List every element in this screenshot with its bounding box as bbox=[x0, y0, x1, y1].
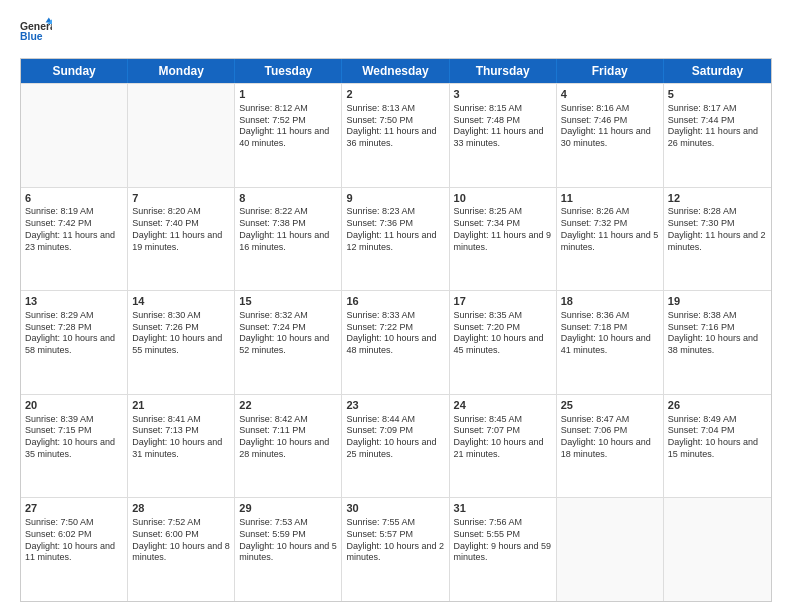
cell-info: Sunrise: 8:35 AMSunset: 7:20 PMDaylight:… bbox=[454, 310, 552, 357]
day-number: 15 bbox=[239, 294, 337, 309]
day-number: 13 bbox=[25, 294, 123, 309]
cell-info: Sunrise: 8:17 AMSunset: 7:44 PMDaylight:… bbox=[668, 103, 767, 150]
day-cell-2: 2Sunrise: 8:13 AMSunset: 7:50 PMDaylight… bbox=[342, 84, 449, 187]
svg-text:Blue: Blue bbox=[20, 31, 43, 42]
cell-info: Sunrise: 7:55 AMSunset: 5:57 PMDaylight:… bbox=[346, 517, 444, 564]
day-number: 1 bbox=[239, 87, 337, 102]
day-number: 20 bbox=[25, 398, 123, 413]
day-cell-8: 8Sunrise: 8:22 AMSunset: 7:38 PMDaylight… bbox=[235, 188, 342, 291]
day-cell-26: 26Sunrise: 8:49 AMSunset: 7:04 PMDayligh… bbox=[664, 395, 771, 498]
week-row-3: 13Sunrise: 8:29 AMSunset: 7:28 PMDayligh… bbox=[21, 290, 771, 394]
day-number: 17 bbox=[454, 294, 552, 309]
day-cell-17: 17Sunrise: 8:35 AMSunset: 7:20 PMDayligh… bbox=[450, 291, 557, 394]
cell-info: Sunrise: 7:53 AMSunset: 5:59 PMDaylight:… bbox=[239, 517, 337, 564]
day-number: 14 bbox=[132, 294, 230, 309]
day-number: 24 bbox=[454, 398, 552, 413]
day-cell-11: 11Sunrise: 8:26 AMSunset: 7:32 PMDayligh… bbox=[557, 188, 664, 291]
cell-info: Sunrise: 8:16 AMSunset: 7:46 PMDaylight:… bbox=[561, 103, 659, 150]
day-number: 29 bbox=[239, 501, 337, 516]
cell-info: Sunrise: 8:32 AMSunset: 7:24 PMDaylight:… bbox=[239, 310, 337, 357]
day-number: 28 bbox=[132, 501, 230, 516]
week-row-2: 6Sunrise: 8:19 AMSunset: 7:42 PMDaylight… bbox=[21, 187, 771, 291]
header-cell-monday: Monday bbox=[128, 59, 235, 83]
day-number: 9 bbox=[346, 191, 444, 206]
week-row-1: 1Sunrise: 8:12 AMSunset: 7:52 PMDaylight… bbox=[21, 83, 771, 187]
day-cell-18: 18Sunrise: 8:36 AMSunset: 7:18 PMDayligh… bbox=[557, 291, 664, 394]
cell-info: Sunrise: 8:45 AMSunset: 7:07 PMDaylight:… bbox=[454, 414, 552, 461]
cell-info: Sunrise: 8:23 AMSunset: 7:36 PMDaylight:… bbox=[346, 206, 444, 253]
day-number: 31 bbox=[454, 501, 552, 516]
day-number: 4 bbox=[561, 87, 659, 102]
cell-info: Sunrise: 8:25 AMSunset: 7:34 PMDaylight:… bbox=[454, 206, 552, 253]
day-number: 23 bbox=[346, 398, 444, 413]
header-cell-friday: Friday bbox=[557, 59, 664, 83]
cell-info: Sunrise: 8:28 AMSunset: 7:30 PMDaylight:… bbox=[668, 206, 767, 253]
cell-info: Sunrise: 8:47 AMSunset: 7:06 PMDaylight:… bbox=[561, 414, 659, 461]
day-cell-12: 12Sunrise: 8:28 AMSunset: 7:30 PMDayligh… bbox=[664, 188, 771, 291]
day-cell-9: 9Sunrise: 8:23 AMSunset: 7:36 PMDaylight… bbox=[342, 188, 449, 291]
day-number: 30 bbox=[346, 501, 444, 516]
day-number: 3 bbox=[454, 87, 552, 102]
header-cell-sunday: Sunday bbox=[21, 59, 128, 83]
day-number: 6 bbox=[25, 191, 123, 206]
day-cell-15: 15Sunrise: 8:32 AMSunset: 7:24 PMDayligh… bbox=[235, 291, 342, 394]
week-row-5: 27Sunrise: 7:50 AMSunset: 6:02 PMDayligh… bbox=[21, 497, 771, 601]
day-cell-19: 19Sunrise: 8:38 AMSunset: 7:16 PMDayligh… bbox=[664, 291, 771, 394]
cell-info: Sunrise: 8:29 AMSunset: 7:28 PMDaylight:… bbox=[25, 310, 123, 357]
day-number: 2 bbox=[346, 87, 444, 102]
day-cell-5: 5Sunrise: 8:17 AMSunset: 7:44 PMDaylight… bbox=[664, 84, 771, 187]
cell-info: Sunrise: 8:20 AMSunset: 7:40 PMDaylight:… bbox=[132, 206, 230, 253]
day-cell-4: 4Sunrise: 8:16 AMSunset: 7:46 PMDaylight… bbox=[557, 84, 664, 187]
day-cell-16: 16Sunrise: 8:33 AMSunset: 7:22 PMDayligh… bbox=[342, 291, 449, 394]
cell-info: Sunrise: 8:41 AMSunset: 7:13 PMDaylight:… bbox=[132, 414, 230, 461]
day-number: 25 bbox=[561, 398, 659, 413]
cell-info: Sunrise: 7:56 AMSunset: 5:55 PMDaylight:… bbox=[454, 517, 552, 564]
cell-info: Sunrise: 8:19 AMSunset: 7:42 PMDaylight:… bbox=[25, 206, 123, 253]
header-cell-saturday: Saturday bbox=[664, 59, 771, 83]
empty-cell bbox=[21, 84, 128, 187]
logo-icon: General Blue bbox=[20, 16, 52, 48]
calendar: SundayMondayTuesdayWednesdayThursdayFrid… bbox=[20, 58, 772, 602]
day-number: 19 bbox=[668, 294, 767, 309]
day-number: 5 bbox=[668, 87, 767, 102]
logo: General Blue bbox=[20, 16, 52, 48]
calendar-header: SundayMondayTuesdayWednesdayThursdayFrid… bbox=[21, 59, 771, 83]
day-cell-28: 28Sunrise: 7:52 AMSunset: 6:00 PMDayligh… bbox=[128, 498, 235, 601]
day-cell-7: 7Sunrise: 8:20 AMSunset: 7:40 PMDaylight… bbox=[128, 188, 235, 291]
cell-info: Sunrise: 8:36 AMSunset: 7:18 PMDaylight:… bbox=[561, 310, 659, 357]
cell-info: Sunrise: 8:13 AMSunset: 7:50 PMDaylight:… bbox=[346, 103, 444, 150]
day-number: 8 bbox=[239, 191, 337, 206]
calendar-body: 1Sunrise: 8:12 AMSunset: 7:52 PMDaylight… bbox=[21, 83, 771, 601]
cell-info: Sunrise: 8:22 AMSunset: 7:38 PMDaylight:… bbox=[239, 206, 337, 253]
day-cell-22: 22Sunrise: 8:42 AMSunset: 7:11 PMDayligh… bbox=[235, 395, 342, 498]
week-row-4: 20Sunrise: 8:39 AMSunset: 7:15 PMDayligh… bbox=[21, 394, 771, 498]
cell-info: Sunrise: 7:52 AMSunset: 6:00 PMDaylight:… bbox=[132, 517, 230, 564]
empty-cell bbox=[664, 498, 771, 601]
day-number: 27 bbox=[25, 501, 123, 516]
day-cell-13: 13Sunrise: 8:29 AMSunset: 7:28 PMDayligh… bbox=[21, 291, 128, 394]
day-number: 10 bbox=[454, 191, 552, 206]
day-number: 26 bbox=[668, 398, 767, 413]
day-cell-20: 20Sunrise: 8:39 AMSunset: 7:15 PMDayligh… bbox=[21, 395, 128, 498]
day-number: 12 bbox=[668, 191, 767, 206]
day-number: 18 bbox=[561, 294, 659, 309]
cell-info: Sunrise: 8:12 AMSunset: 7:52 PMDaylight:… bbox=[239, 103, 337, 150]
day-cell-25: 25Sunrise: 8:47 AMSunset: 7:06 PMDayligh… bbox=[557, 395, 664, 498]
day-number: 7 bbox=[132, 191, 230, 206]
cell-info: Sunrise: 8:38 AMSunset: 7:16 PMDaylight:… bbox=[668, 310, 767, 357]
day-number: 21 bbox=[132, 398, 230, 413]
cell-info: Sunrise: 8:49 AMSunset: 7:04 PMDaylight:… bbox=[668, 414, 767, 461]
day-cell-27: 27Sunrise: 7:50 AMSunset: 6:02 PMDayligh… bbox=[21, 498, 128, 601]
day-number: 22 bbox=[239, 398, 337, 413]
page: General Blue SundayMondayTuesdayWednesda… bbox=[0, 0, 792, 612]
cell-info: Sunrise: 8:15 AMSunset: 7:48 PMDaylight:… bbox=[454, 103, 552, 150]
header-cell-tuesday: Tuesday bbox=[235, 59, 342, 83]
day-cell-1: 1Sunrise: 8:12 AMSunset: 7:52 PMDaylight… bbox=[235, 84, 342, 187]
day-cell-29: 29Sunrise: 7:53 AMSunset: 5:59 PMDayligh… bbox=[235, 498, 342, 601]
cell-info: Sunrise: 8:44 AMSunset: 7:09 PMDaylight:… bbox=[346, 414, 444, 461]
day-cell-30: 30Sunrise: 7:55 AMSunset: 5:57 PMDayligh… bbox=[342, 498, 449, 601]
cell-info: Sunrise: 8:39 AMSunset: 7:15 PMDaylight:… bbox=[25, 414, 123, 461]
cell-info: Sunrise: 8:26 AMSunset: 7:32 PMDaylight:… bbox=[561, 206, 659, 253]
day-number: 11 bbox=[561, 191, 659, 206]
day-cell-3: 3Sunrise: 8:15 AMSunset: 7:48 PMDaylight… bbox=[450, 84, 557, 187]
